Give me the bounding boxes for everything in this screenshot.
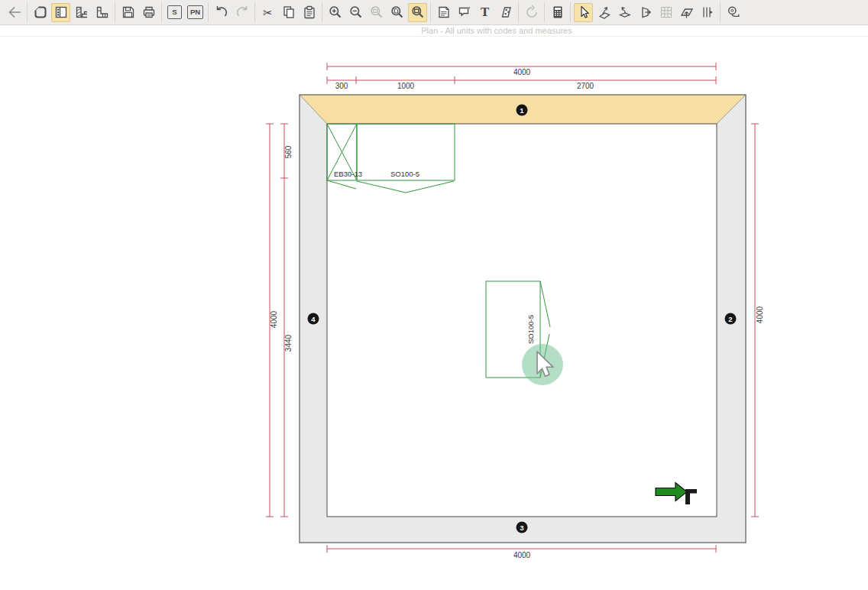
plan-svg[interactable]: 1 2 3 4 4000 300 1000 2700 4000 560 3440… bbox=[0, 37, 868, 590]
toolbar-group: ✂ bbox=[254, 2, 322, 22]
undo-icon bbox=[214, 5, 229, 20]
zoom-page-button[interactable] bbox=[387, 3, 406, 22]
select-button[interactable] bbox=[574, 3, 593, 22]
text-button[interactable]: T bbox=[475, 3, 494, 22]
view-title: Plan - All units with codes and measures bbox=[421, 26, 572, 35]
s-toggle-label: S bbox=[167, 5, 182, 19]
elevation-tool-button[interactable] bbox=[677, 3, 696, 22]
back-button[interactable] bbox=[5, 3, 24, 22]
dim-bottom-total: 4000 bbox=[513, 551, 531, 559]
view-wall-corner-button[interactable] bbox=[92, 3, 112, 22]
grid-icon bbox=[659, 5, 674, 20]
comments-button[interactable] bbox=[455, 3, 474, 22]
note-icon bbox=[436, 5, 452, 20]
room-walls[interactable] bbox=[300, 95, 746, 543]
zoom-out-icon bbox=[348, 5, 364, 20]
tape-icon bbox=[726, 5, 741, 20]
redo-button bbox=[232, 3, 251, 22]
distribute-tool-button[interactable] bbox=[698, 3, 717, 22]
svg-text:3: 3 bbox=[520, 524, 523, 532]
wall-number-1[interactable]: 1 bbox=[517, 105, 528, 116]
green-arrow-icon bbox=[656, 483, 687, 501]
arrow-left-icon bbox=[6, 4, 23, 21]
s-toggle-button[interactable]: S bbox=[165, 3, 184, 22]
colors-button[interactable] bbox=[496, 3, 515, 22]
dim-top-total: 4000 bbox=[513, 68, 531, 76]
tool-d-icon bbox=[679, 5, 695, 20]
text-t-icon: T bbox=[481, 7, 489, 18]
svg-text:2: 2 bbox=[728, 315, 732, 323]
tool-a-icon bbox=[597, 5, 612, 20]
save-button[interactable] bbox=[118, 3, 138, 22]
grid-toggle-button bbox=[656, 3, 675, 22]
adjust-3d-tool-button[interactable] bbox=[636, 3, 655, 22]
tool-b-icon bbox=[617, 5, 633, 20]
palette-icon bbox=[498, 5, 513, 20]
cabinet-units[interactable] bbox=[327, 124, 550, 378]
view-plan-button[interactable] bbox=[31, 3, 50, 22]
dim-top-seg-2700: 2700 bbox=[577, 82, 594, 90]
refresh-button bbox=[522, 3, 541, 22]
unit-label-eb30-13: EB30-13 bbox=[334, 170, 362, 178]
pn-toggle-button[interactable]: PN bbox=[186, 3, 205, 22]
calculator-icon bbox=[550, 5, 565, 20]
zoom-out-button[interactable] bbox=[346, 3, 365, 22]
toolbar-group: T bbox=[430, 2, 518, 22]
toolbar-group bbox=[544, 2, 570, 22]
comment-icon bbox=[457, 5, 472, 20]
toolbar-group: SPN bbox=[161, 2, 208, 22]
calculator-button[interactable] bbox=[548, 3, 567, 22]
dim-top-seg-300: 300 bbox=[335, 82, 348, 90]
main-toolbar: SPN✂T bbox=[0, 0, 868, 25]
unit-label-so100-5-center: SO100-5 bbox=[526, 315, 535, 344]
undo-button[interactable] bbox=[212, 3, 231, 22]
view-wall-elevation-button[interactable] bbox=[72, 3, 91, 22]
zoom-fit-button[interactable] bbox=[408, 3, 427, 22]
cabinet-front-icon bbox=[53, 5, 69, 20]
print-button[interactable] bbox=[139, 3, 158, 22]
wall-number-4[interactable]: 4 bbox=[308, 313, 319, 325]
zoom-selection-icon bbox=[369, 5, 384, 20]
toolbar-group bbox=[115, 2, 161, 22]
cursor-icon bbox=[576, 5, 591, 20]
wall-number-3[interactable]: 3 bbox=[517, 522, 528, 533]
redo-icon bbox=[235, 5, 250, 20]
toolbar-group bbox=[518, 2, 544, 22]
paste-button[interactable] bbox=[300, 3, 319, 22]
floppy-icon bbox=[121, 5, 136, 20]
dim-top-segments-line bbox=[327, 76, 716, 84]
dim-left-seg-3440: 3440 bbox=[284, 334, 293, 352]
zoom-in-icon bbox=[328, 5, 343, 20]
zoom-page-icon bbox=[390, 5, 405, 20]
wall-outer-border bbox=[300, 95, 746, 543]
zoom-fit-icon bbox=[410, 5, 426, 20]
paste-icon bbox=[302, 5, 317, 20]
wall-elevation-icon bbox=[74, 5, 89, 20]
dim-left-segments-line bbox=[280, 124, 288, 517]
measure-tape-button[interactable] bbox=[724, 3, 743, 22]
drawing-canvas[interactable]: 1 2 3 4 4000 300 1000 2700 4000 560 3440… bbox=[0, 37, 868, 590]
wall-inner-border bbox=[327, 124, 717, 517]
toolbar-group bbox=[2, 2, 27, 22]
wall-ring[interactable] bbox=[300, 95, 746, 543]
plan-icon bbox=[33, 5, 48, 20]
wall-number-2[interactable]: 2 bbox=[725, 313, 737, 325]
view-cabinet-front-button[interactable] bbox=[51, 3, 70, 22]
refresh-icon bbox=[524, 5, 539, 20]
dimension-labels: 4000 300 1000 2700 4000 560 3440 4000 40… bbox=[270, 68, 764, 559]
move-3d-tool-button[interactable] bbox=[594, 3, 614, 22]
copy-button[interactable] bbox=[279, 3, 298, 22]
tool-c-icon bbox=[638, 5, 653, 20]
toolbar-group bbox=[570, 2, 720, 22]
status-strip: Plan - All units with codes and measures bbox=[0, 25, 868, 37]
dim-left-total: 4000 bbox=[270, 310, 278, 328]
view-direction-marker bbox=[656, 483, 697, 505]
toolbar-group bbox=[27, 2, 115, 22]
notes-button[interactable] bbox=[434, 3, 453, 22]
cut-button[interactable]: ✂ bbox=[258, 3, 277, 22]
unit-so100-5-top[interactable] bbox=[327, 124, 455, 193]
rotate-3d-tool-button[interactable] bbox=[615, 3, 634, 22]
zoom-in-button[interactable] bbox=[326, 3, 345, 22]
toolbar-group bbox=[322, 2, 430, 22]
copy-icon bbox=[281, 5, 296, 20]
